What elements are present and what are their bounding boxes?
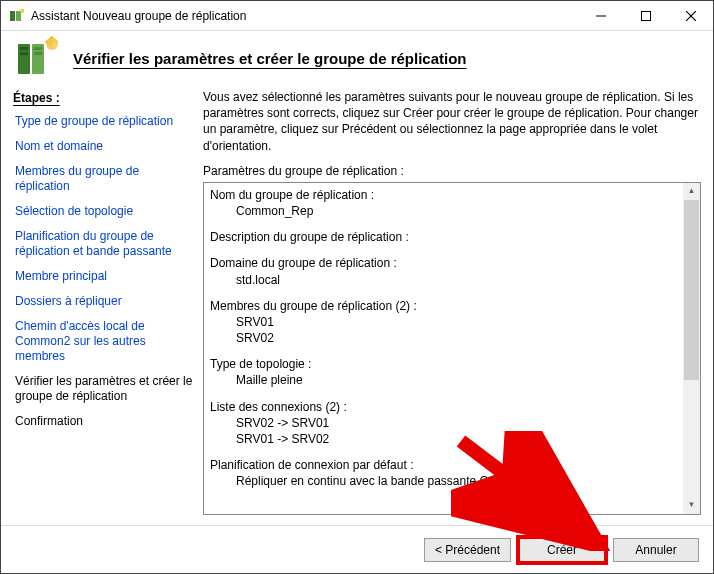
title-bar: Assistant Nouveau groupe de réplication <box>1 1 713 31</box>
minimize-button[interactable] <box>578 1 623 30</box>
group-label-conn: Liste des connexions (2) : <box>210 399 684 415</box>
svg-rect-8 <box>20 47 28 50</box>
group-label-desc: Description du groupe de réplication : <box>210 229 684 245</box>
wizard-body: Étapes : Type de groupe de réplication N… <box>1 85 713 525</box>
group-value-sched: Répliquer en continu avec la bande passa… <box>236 473 684 489</box>
group-value-member-2: SRV02 <box>236 330 684 346</box>
steps-list: Type de groupe de réplication Nom et dom… <box>13 109 193 434</box>
back-button[interactable]: < Précédent <box>424 538 511 562</box>
parameters-box: Nom du groupe de réplication : Common_Re… <box>203 182 701 515</box>
scroll-up-icon[interactable]: ▲ <box>683 183 700 200</box>
svg-rect-0 <box>10 11 15 21</box>
window-controls <box>578 1 713 30</box>
step-name-domain[interactable]: Nom et domaine <box>13 134 193 159</box>
step-type-group[interactable]: Type de groupe de réplication <box>13 109 193 134</box>
main-panel: Vous avez sélectionné les paramètres sui… <box>203 85 701 515</box>
create-button[interactable]: Créer <box>519 538 605 562</box>
wizard-window: Assistant Nouveau groupe de réplication <box>0 0 714 574</box>
step-local-path[interactable]: Chemin d'accès local de Common2 sur les … <box>13 314 193 369</box>
group-value-conn-2: SRV01 -> SRV02 <box>236 431 684 447</box>
group-label-topology: Type de topologie : <box>210 356 684 372</box>
svg-rect-4 <box>641 11 650 20</box>
steps-sidebar: Étapes : Type de groupe de réplication N… <box>13 85 193 515</box>
step-schedule-bandwidth[interactable]: Planification du groupe de réplication e… <box>13 224 193 264</box>
group-label-domain: Domaine du groupe de réplication : <box>210 255 684 271</box>
group-label-name: Nom du groupe de réplication : <box>210 187 684 203</box>
intro-text: Vous avez sélectionné les paramètres sui… <box>203 89 701 154</box>
svg-rect-12 <box>34 52 42 55</box>
group-value-domain: std.local <box>236 272 684 288</box>
group-label-members: Membres du groupe de réplication (2) : <box>210 298 684 314</box>
wizard-header: Vérifier les paramètres et créer le grou… <box>1 31 713 85</box>
group-value-name: Common_Rep <box>236 203 684 219</box>
svg-rect-9 <box>20 52 28 55</box>
svg-rect-1 <box>16 11 21 21</box>
cancel-button[interactable]: Annuler <box>613 538 699 562</box>
window-title: Assistant Nouveau groupe de réplication <box>31 9 578 23</box>
group-value-member-1: SRV01 <box>236 314 684 330</box>
steps-heading: Étapes : <box>13 91 193 105</box>
scroll-down-icon[interactable]: ▼ <box>683 497 700 514</box>
scroll-thumb[interactable] <box>684 200 699 380</box>
app-icon <box>9 8 25 24</box>
step-confirmation: Confirmation <box>13 409 193 434</box>
params-label: Paramètres du groupe de réplication : <box>203 164 701 178</box>
step-review-create: Vérifier les paramètres et créer le grou… <box>13 369 193 409</box>
page-title: Vérifier les paramètres et créer le grou… <box>73 50 467 67</box>
svg-point-15 <box>46 38 58 50</box>
wizard-footer: < Précédent Créer Annuler <box>1 525 713 573</box>
replication-wizard-icon <box>15 36 59 80</box>
group-label-sched: Planification de connexion par défaut : <box>210 457 684 473</box>
svg-rect-11 <box>34 47 42 50</box>
group-value-topology: Maille pleine <box>236 372 684 388</box>
params-scrollbar[interactable]: ▲ ▼ <box>683 183 700 514</box>
maximize-button[interactable] <box>623 1 668 30</box>
group-value-conn-1: SRV02 -> SRV01 <box>236 415 684 431</box>
step-primary-member[interactable]: Membre principal <box>13 264 193 289</box>
step-topology[interactable]: Sélection de topologie <box>13 199 193 224</box>
svg-point-2 <box>20 8 24 12</box>
step-folders[interactable]: Dossiers à répliquer <box>13 289 193 314</box>
close-button[interactable] <box>668 1 713 30</box>
step-members[interactable]: Membres du groupe de réplication <box>13 159 193 199</box>
